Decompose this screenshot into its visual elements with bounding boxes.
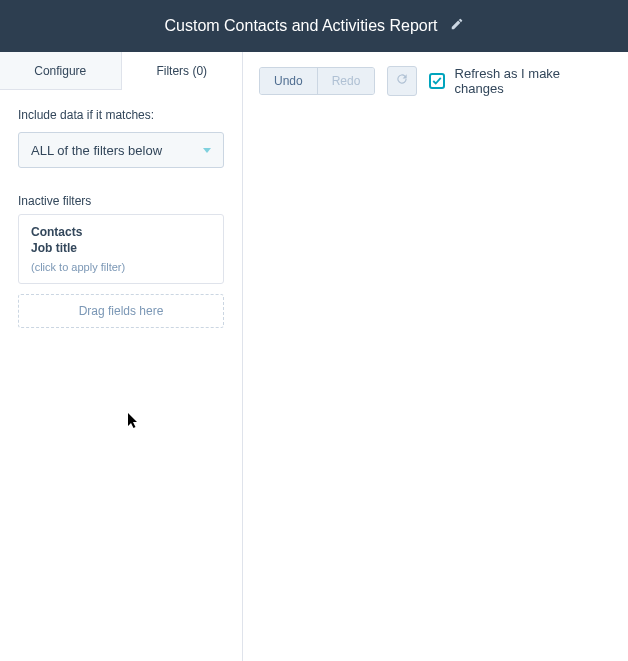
inactive-filters-label: Inactive filters [18,194,224,208]
match-select[interactable]: ALL of the filters below [18,132,224,168]
match-label: Include data if it matches: [18,108,224,122]
filter-entity: Contacts [31,225,211,239]
toolbar: Undo Redo Refresh as I make changes [259,66,612,96]
refresh-icon [395,72,409,90]
tab-filters[interactable]: Filters (0) [122,52,243,90]
tab-configure[interactable]: Configure [0,52,122,89]
tab-filters-label: Filters (0) [156,64,207,78]
undo-redo-group: Undo Redo [259,67,375,95]
refresh-checkbox-wrap[interactable]: Refresh as I make changes [429,66,612,96]
undo-button[interactable]: Undo [260,68,318,94]
header: Custom Contacts and Activities Report [0,0,628,52]
match-select-value: ALL of the filters below [31,143,162,158]
filter-hint: (click to apply filter) [31,261,211,273]
refresh-checkbox[interactable] [429,73,445,89]
left-panel: Configure Filters (0) Include data if it… [0,52,243,661]
dropzone-label: Drag fields here [79,304,164,318]
refresh-checkbox-label: Refresh as I make changes [455,66,612,96]
right-panel: Undo Redo Refresh as I make changes [243,52,628,661]
inactive-filter-card[interactable]: Contacts Job title (click to apply filte… [18,214,224,284]
filter-field: Job title [31,241,211,255]
page-title: Custom Contacts and Activities Report [164,17,437,35]
redo-button[interactable]: Redo [318,68,375,94]
refresh-button[interactable] [387,66,417,96]
edit-title-icon[interactable] [450,17,464,35]
tabs: Configure Filters (0) [0,52,242,90]
filters-dropzone[interactable]: Drag fields here [18,294,224,328]
tab-configure-label: Configure [34,64,86,78]
caret-down-icon [203,148,211,153]
